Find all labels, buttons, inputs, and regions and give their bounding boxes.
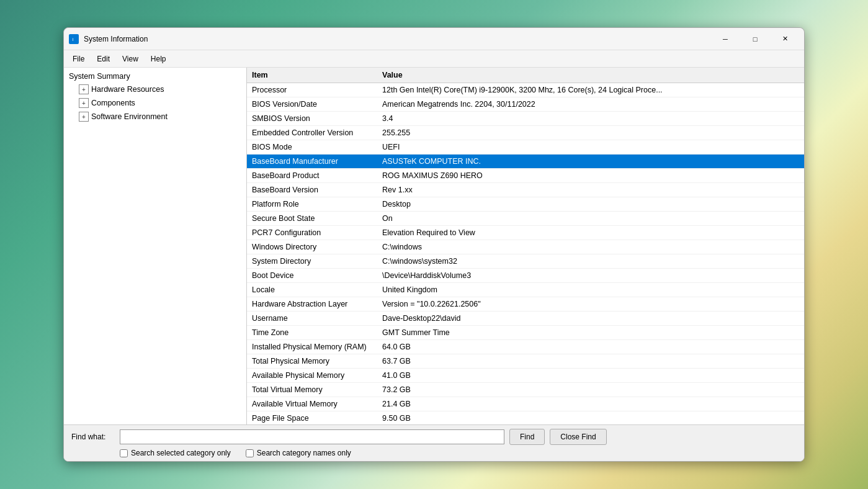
table-row[interactable]: Page File Space9.50 GB [247, 411, 804, 425]
minimize-button[interactable]: ─ [711, 29, 740, 49]
table-cell-item: Total Virtual Memory [247, 383, 377, 397]
table-cell-value: 73.2 GB [377, 383, 804, 397]
table-row[interactable]: Secure Boot StateOn [247, 212, 804, 226]
window-controls: ─ □ ✕ [711, 29, 799, 49]
tree-item-system-summary[interactable]: System Summary [64, 70, 246, 83]
close-find-button[interactable]: Close Find [550, 429, 606, 445]
menu-item-edit[interactable]: Edit [91, 52, 116, 66]
table-row[interactable]: Installed Physical Memory (RAM)64.0 GB [247, 340, 804, 354]
table-cell-item: PCR7 Configuration [247, 226, 377, 240]
tree-label: Hardware Resources [91, 85, 164, 94]
table-cell-item: Username [247, 312, 377, 326]
table-row[interactable]: Total Physical Memory63.7 GB [247, 354, 804, 369]
expand-icon[interactable]: + [79, 98, 89, 108]
tree-label: Software Environment [91, 112, 168, 121]
table-cell-item: BIOS Version/Date [247, 97, 377, 112]
checkbox1-label[interactable]: Search selected category only [120, 449, 231, 457]
table-row[interactable]: LocaleUnited Kingdom [247, 283, 804, 297]
table-row[interactable]: Available Virtual Memory21.4 GB [247, 397, 804, 411]
table-cell-item: Available Virtual Memory [247, 397, 377, 411]
table-cell-value: 9.50 GB [377, 411, 804, 425]
table-cell-value: Elevation Required to View [377, 226, 804, 240]
table-cell-item: BIOS Mode [247, 140, 377, 155]
checkbox2[interactable] [246, 449, 254, 457]
table-cell-value: 3.4 [377, 112, 804, 126]
table-row[interactable]: Hardware Abstraction LayerVersion = "10.… [247, 297, 804, 312]
bottom-bar: Find what: Find Close Find Search select… [64, 424, 804, 461]
menu-bar: FileEditViewHelp [64, 50, 804, 68]
tree-label: Components [91, 99, 135, 107]
table-panel: Item Value Processor12th Gen Intel(R) Co… [247, 68, 804, 424]
table-row[interactable]: BIOS ModeUEFI [247, 140, 804, 155]
table-row[interactable]: SMBIOS Version3.4 [247, 112, 804, 126]
expand-icon[interactable]: + [79, 84, 89, 94]
table-cell-item: Available Physical Memory [247, 369, 377, 383]
find-row: Find what: Find Close Find [71, 429, 797, 445]
tree-item-components[interactable]: +Components [64, 96, 246, 110]
table-row[interactable]: Windows DirectoryC:\windows [247, 240, 804, 254]
table-cell-value: Dave-Desktop22\david [377, 312, 804, 326]
table-row[interactable]: PCR7 ConfigurationElevation Required to … [247, 226, 804, 240]
expand-icon[interactable]: + [79, 112, 89, 122]
table-cell-value: Desktop [377, 197, 804, 212]
table-cell-value: GMT Summer Time [377, 326, 804, 340]
table-row[interactable]: Available Physical Memory41.0 GB [247, 369, 804, 383]
tree-item-software-environment[interactable]: +Software Environment [64, 110, 246, 123]
table-row[interactable]: System DirectoryC:\windows\system32 [247, 254, 804, 269]
table-row[interactable]: BaseBoard ManufacturerASUSTeK COMPUTER I… [247, 155, 804, 169]
table-row[interactable]: Time ZoneGMT Summer Time [247, 326, 804, 340]
table-cell-item: Locale [247, 283, 377, 297]
tree-item-hardware-resources[interactable]: +Hardware Resources [64, 83, 246, 96]
window-title: System Information [84, 35, 711, 43]
maximize-button[interactable]: □ [741, 29, 769, 49]
table-cell-value: 63.7 GB [377, 354, 804, 369]
table-row[interactable]: BIOS Version/DateAmerican Megatrends Inc… [247, 97, 804, 112]
table-cell-value: \Device\HarddiskVolume3 [377, 269, 804, 283]
table-cell-value: Version = "10.0.22621.2506" [377, 297, 804, 312]
table-cell-item: BaseBoard Manufacturer [247, 155, 377, 169]
find-button[interactable]: Find [509, 429, 545, 445]
table-row[interactable]: Embedded Controller Version255.255 [247, 126, 804, 140]
table-cell-item: Processor [247, 83, 377, 97]
table-cell-item: BaseBoard Product [247, 169, 377, 183]
table-row[interactable]: Processor12th Gen Intel(R) Core(TM) i9-1… [247, 83, 804, 97]
checkbox2-label[interactable]: Search category names only [246, 449, 351, 457]
tree-panel: System Summary+Hardware Resources+Compon… [64, 68, 247, 424]
table-cell-value: American Megatrends Inc. 2204, 30/11/202… [377, 97, 804, 112]
find-input[interactable] [120, 429, 504, 444]
tree-label: System Summary [69, 72, 130, 81]
table-cell-value: ASUSTeK COMPUTER INC. [377, 155, 804, 169]
table-row[interactable]: BaseBoard ProductROG MAXIMUS Z690 HERO [247, 169, 804, 183]
table-cell-item: Windows Directory [247, 240, 377, 254]
table-cell-value: 21.4 GB [377, 397, 804, 411]
menu-item-help[interactable]: Help [145, 52, 172, 66]
table-row[interactable]: Boot Device\Device\HarddiskVolume3 [247, 269, 804, 283]
table-cell-item: Embedded Controller Version [247, 126, 377, 140]
table-cell-item: Page File Space [247, 411, 377, 425]
table-cell-value: C:\windows [377, 240, 804, 254]
table-cell-value: UEFI [377, 140, 804, 155]
info-table: Item Value Processor12th Gen Intel(R) Co… [247, 68, 804, 424]
close-button[interactable]: ✕ [771, 29, 799, 49]
table-row[interactable]: Platform RoleDesktop [247, 197, 804, 212]
table-cell-value: 64.0 GB [377, 340, 804, 354]
checkbox1-text: Search selected category only [131, 449, 231, 457]
table-cell-item: Time Zone [247, 326, 377, 340]
table-row[interactable]: UsernameDave-Desktop22\david [247, 312, 804, 326]
table-cell-value: 41.0 GB [377, 369, 804, 383]
checkbox1[interactable] [120, 449, 128, 457]
table-cell-item: BaseBoard Version [247, 183, 377, 197]
table-cell-item: Total Physical Memory [247, 354, 377, 369]
menu-item-view[interactable]: View [116, 52, 145, 66]
table-cell-value: 12th Gen Intel(R) Core(TM) i9-12900K, 32… [377, 83, 804, 97]
table-cell-value: 255.255 [377, 126, 804, 140]
table-row[interactable]: BaseBoard VersionRev 1.xx [247, 183, 804, 197]
menu-item-file[interactable]: File [66, 52, 91, 66]
table-cell-item: System Directory [247, 254, 377, 269]
table-cell-item: SMBIOS Version [247, 112, 377, 126]
svg-point-0 [71, 36, 77, 42]
table-row[interactable]: Total Virtual Memory73.2 GB [247, 383, 804, 397]
title-bar: i System Information ─ □ ✕ [64, 28, 804, 50]
system-information-window: i System Information ─ □ ✕ FileEditViewH… [63, 27, 805, 462]
table-cell-value: United Kingdom [377, 283, 804, 297]
